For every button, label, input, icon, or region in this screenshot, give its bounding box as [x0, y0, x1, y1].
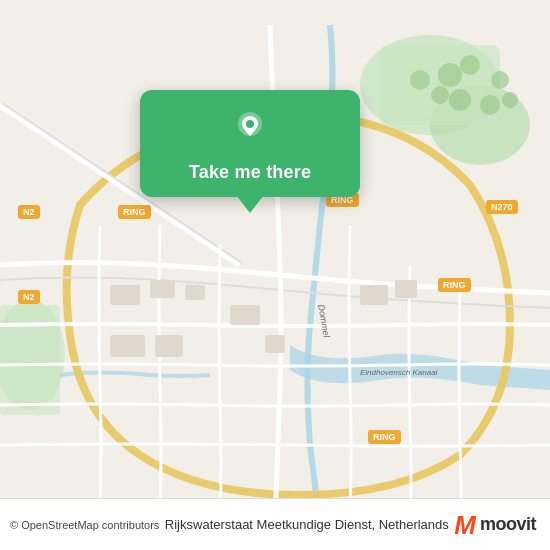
moovit-m-icon: M	[454, 512, 476, 538]
svg-rect-13	[230, 305, 260, 325]
svg-point-28	[246, 120, 254, 128]
svg-point-21	[502, 92, 518, 108]
svg-rect-6	[110, 285, 140, 305]
location-title: Rijkswaterstaat Meetkundige Dienst, Neth…	[165, 517, 449, 532]
n2-label-1: N2	[18, 205, 40, 219]
svg-rect-8	[185, 285, 205, 300]
bottom-bar-left: © OpenStreetMap contributors	[10, 519, 159, 531]
svg-point-18	[449, 89, 471, 111]
n270-label: N270	[486, 200, 518, 214]
moovit-brand-text: moovit	[480, 514, 536, 535]
svg-rect-7	[150, 280, 175, 298]
svg-rect-9	[360, 285, 388, 305]
map-container: Dommel Eindhovensch Kanaal RING RING RIN…	[0, 0, 550, 550]
n2-label-2: N2	[18, 290, 40, 304]
svg-text:Eindhovensch Kanaal: Eindhovensch Kanaal	[360, 368, 438, 377]
ring-label-1: RING	[118, 205, 151, 219]
svg-rect-12	[155, 335, 183, 357]
osm-attribution: © OpenStreetMap contributors	[10, 519, 159, 531]
moovit-logo: M moovit	[454, 512, 536, 538]
svg-rect-5	[0, 305, 60, 415]
svg-point-17	[431, 86, 449, 104]
svg-point-15	[438, 63, 462, 87]
bottom-bar: © OpenStreetMap contributors Rijkswaters…	[0, 498, 550, 550]
svg-point-19	[410, 70, 430, 90]
svg-rect-11	[110, 335, 145, 357]
svg-point-16	[460, 55, 480, 75]
ring-label-4: RING	[368, 430, 401, 444]
popup-label: Take me there	[189, 162, 311, 183]
svg-point-20	[491, 71, 509, 89]
map-popup[interactable]: Take me there	[140, 90, 360, 197]
svg-rect-14	[265, 335, 285, 353]
location-pin-icon	[228, 108, 272, 152]
svg-rect-10	[395, 280, 417, 298]
svg-rect-3	[380, 45, 500, 125]
ring-label-3: RING	[438, 278, 471, 292]
svg-point-22	[480, 95, 500, 115]
